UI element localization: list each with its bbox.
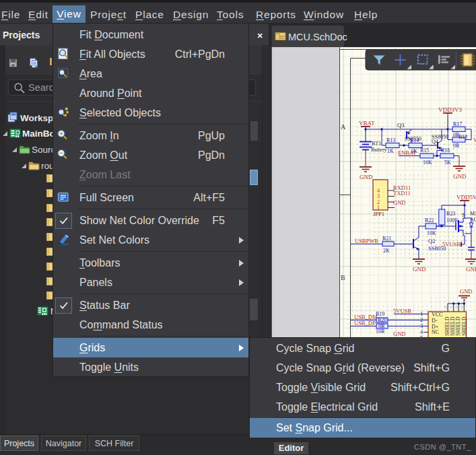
svg-text:10R: 10R <box>376 328 385 335</box>
svg-text:R22: R22 <box>425 217 434 223</box>
svg-text:USB_DP: USB_DP <box>354 320 376 326</box>
svg-text:JPP1: JPP1 <box>373 211 384 217</box>
svg-text:R15: R15 <box>420 147 429 153</box>
svg-text:GND: GND <box>453 173 467 180</box>
svg-text:GND: GND <box>393 199 405 206</box>
svg-text:D-: D- <box>432 318 438 324</box>
svg-text:0R: 0R <box>453 143 460 149</box>
svg-text:USBPWR: USBPWR <box>355 238 378 244</box>
svg-text:ENBAT: ENBAT <box>398 149 417 156</box>
svg-text:R18: R18 <box>458 134 467 140</box>
svg-text:R17: R17 <box>453 121 462 127</box>
svg-text:NC: NC <box>432 329 439 335</box>
svg-text:V: V <box>473 137 476 143</box>
svg-text:R21: R21 <box>382 236 391 242</box>
svg-text:R23: R23 <box>446 211 455 217</box>
svg-text:100K: 100K <box>446 217 458 223</box>
svg-text:B: B <box>341 274 345 281</box>
svg-text:GND: GND <box>393 330 405 337</box>
svg-text:GND: GND <box>466 266 476 273</box>
svg-text:2K: 2K <box>383 248 390 254</box>
svg-text:GND: GND <box>460 288 472 295</box>
svg-text:VCC: VCC <box>432 312 442 318</box>
svg-text:GND: GND <box>360 174 373 180</box>
svg-text:R16: R16 <box>441 147 450 153</box>
svg-text:R13: R13 <box>386 137 395 143</box>
svg-text:TXD11: TXD11 <box>393 190 411 197</box>
svg-text:M1: M1 <box>470 211 476 217</box>
svg-text:VDD5V: VDD5V <box>456 194 476 201</box>
svg-text:Q2: Q2 <box>428 238 435 244</box>
svg-text:Battery: Battery <box>371 147 387 153</box>
svg-text:4: 4 <box>420 329 423 335</box>
svg-text:VDD3V3: VDD3V3 <box>438 106 462 113</box>
svg-text:VBAT: VBAT <box>359 120 375 127</box>
svg-text:Q3: Q3 <box>397 122 404 129</box>
svg-text:MCU.SchDoc: MCU.SchDoc <box>288 32 347 42</box>
svg-text:USB_DM: USB_DM <box>354 314 378 320</box>
svg-text:BT1: BT1 <box>372 141 381 147</box>
svg-text:1K: 1K <box>387 148 394 154</box>
svg-text:GND: GND <box>413 266 426 273</box>
svg-text:A: A <box>341 123 346 131</box>
svg-text:5VUSB: 5VUSB <box>393 308 411 314</box>
svg-text:AO: AO <box>470 217 476 223</box>
svg-text:5K: 5K <box>444 160 451 166</box>
svg-text:R14: R14 <box>410 137 419 143</box>
svg-text:R19: R19 <box>376 311 384 317</box>
svg-text:R20: R20 <box>378 317 386 323</box>
svg-text:10K: 10K <box>423 160 432 166</box>
svg-text:SS8050: SS8050 <box>428 245 446 252</box>
svg-text:S: S <box>462 212 465 218</box>
svg-text:10K: 10K <box>427 230 436 236</box>
svg-text:1: 1 <box>377 205 380 211</box>
svg-text:SHIELD: SHIELD <box>461 316 467 336</box>
